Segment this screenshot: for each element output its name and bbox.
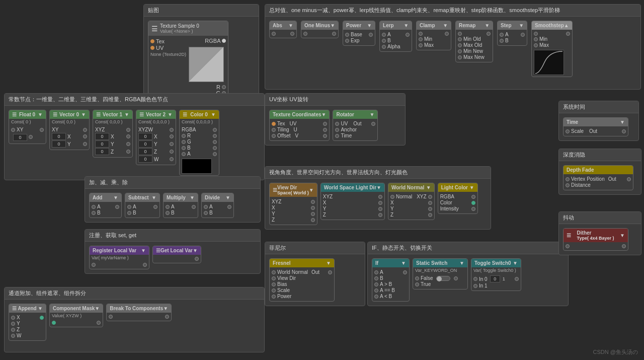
vector2-w-input[interactable] xyxy=(138,156,152,163)
vector0-y-label: Y xyxy=(67,141,71,147)
oneminus-arrow: ▼ xyxy=(330,23,335,28)
vector1-xyz-label: XYZ xyxy=(95,127,105,132)
color0-header[interactable]: ☰ Color 0 ▼ xyxy=(180,110,219,119)
float0-input[interactable] xyxy=(13,134,27,141)
vector1-xyz-out xyxy=(126,128,130,132)
viewdir-xyz: XYZ xyxy=(272,199,315,204)
comp-mask-node: Component Mask ▼ Value( XYZW ) xyxy=(49,304,103,327)
uv-panel-content: Texture Coordinates ▼ Tex UV Tiling U xyxy=(265,106,405,145)
abs-header[interactable]: Abs ▼ xyxy=(270,21,296,30)
viewdir-header[interactable]: ☰ View Dir Space( World ) ▼ xyxy=(270,183,317,197)
vector0-y-input[interactable] xyxy=(52,140,66,148)
remap-label: Remap xyxy=(459,23,475,28)
time-label: Time xyxy=(567,119,578,125)
lightdir-x: X xyxy=(323,200,382,205)
texcoord-tex: Tex UV xyxy=(272,121,327,126)
float0-out xyxy=(40,128,44,132)
add-header[interactable]: Add ▼ xyxy=(90,193,121,202)
oneminus-header[interactable]: One Minus ▼ xyxy=(301,21,338,30)
vector1-z-input[interactable] xyxy=(95,148,109,155)
vector1-header[interactable]: ☰ Vector 1 ▼ xyxy=(93,110,132,119)
rotator-header[interactable]: Rotator ▼ xyxy=(333,110,377,119)
vector2-header[interactable]: ☰ Vector 2 ▼ xyxy=(136,110,176,119)
vector2-z-input[interactable] xyxy=(138,148,152,155)
remap-minold-label: Min Old xyxy=(463,36,480,42)
vector1-body: XYZ X Y Z xyxy=(93,125,132,157)
remap-in-dot xyxy=(458,32,462,36)
dither-header[interactable]: ☰ Dither Type( 4x4 Bayer ) ▼ xyxy=(564,229,628,242)
time-header[interactable]: Time ▼ xyxy=(564,118,628,126)
texcoord-tex-label: Tex xyxy=(277,121,285,126)
vector2-xyzw-out xyxy=(170,128,174,132)
if-altb-dot xyxy=(374,295,378,299)
texcoord-header[interactable]: Texture Coordinates ▼ xyxy=(270,110,329,119)
vector2-y-input[interactable] xyxy=(138,140,152,148)
vector2-x-input[interactable] xyxy=(138,133,152,140)
lightdir-arrow: ▼ xyxy=(376,185,381,190)
multiply-header[interactable]: Multiply ▼ xyxy=(164,193,198,202)
float0-subtitle: Const( 0 ) xyxy=(9,119,46,125)
lerp-header[interactable]: Lerp ▼ xyxy=(380,21,412,30)
uv-panel: UV坐标 UV旋转 Texture Coordinates ▼ Tex UV xyxy=(265,93,406,146)
subtract-header[interactable]: Subtract ▼ xyxy=(125,193,159,202)
static-switch-true-label: True xyxy=(421,281,431,287)
lightcolor-color: Color xyxy=(440,200,475,205)
rotator-uv-label: UV xyxy=(341,121,348,126)
vector0-header[interactable]: ☰ Vector 0 ▼ xyxy=(50,110,89,119)
worldnormal-x-out xyxy=(428,201,432,205)
vector2-node: ☰ Vector 2 ▼ Const( 0,0,0,0 ) XYZW X xyxy=(136,110,176,165)
append-node-header[interactable]: ☰ Append ▼ xyxy=(9,304,46,313)
static-switch-header[interactable]: Static Switch ▼ xyxy=(413,259,467,267)
toggle-in0-input[interactable] xyxy=(490,275,500,282)
get-var-arrow: ▼ xyxy=(193,248,198,253)
vector2-y-label: Y xyxy=(154,141,157,147)
lightdir-y-out xyxy=(378,207,382,211)
if-header[interactable]: If ▼ xyxy=(372,259,409,267)
divide-header[interactable]: Divide ▼ xyxy=(202,193,233,202)
viewdir-icon: ☰ xyxy=(273,187,277,193)
divide-label: Divide xyxy=(205,195,220,200)
break-comp-label: Break To Components xyxy=(110,306,163,311)
float0-body: XY xyxy=(9,125,46,143)
append-node: ☰ Append ▼ X Y Z xyxy=(9,304,46,341)
register-var-header[interactable]: Register Local Var ▼ xyxy=(90,246,149,255)
float0-header[interactable]: ☰ Float 0 ▼ xyxy=(9,110,46,119)
fresnel-header[interactable]: Fresnel ▼ xyxy=(270,259,334,267)
worldnormal-header[interactable]: World Normal ▼ xyxy=(388,183,434,192)
worldnormal-normal-dot xyxy=(390,195,394,199)
static-switch-toggle[interactable] xyxy=(436,276,450,281)
break-comp-header[interactable]: Break To Components ▼ xyxy=(107,304,171,313)
append-label: Append xyxy=(18,306,36,311)
register-nodes-row: Register Local Var ▼ Var( myVarName ) ☰ … xyxy=(89,246,256,269)
power-header[interactable]: Power ▼ xyxy=(343,21,375,30)
append-w: W xyxy=(11,333,44,338)
clamp-header[interactable]: Clamp ▼ xyxy=(417,21,451,30)
viewdir-body: XYZ X Y Z xyxy=(270,197,317,225)
lerp-b-dot xyxy=(382,39,386,43)
vector1-icon: ☰ xyxy=(96,112,101,117)
lightdir-header[interactable]: World Space Light Dir ▼ xyxy=(321,183,384,192)
lightcolor-header[interactable]: Light Color ▼ xyxy=(438,183,477,192)
remap-header[interactable]: Remap ▼ xyxy=(456,21,493,30)
vector0-x-input[interactable] xyxy=(52,133,66,140)
depthfade-header[interactable]: Depth Fade xyxy=(564,166,633,174)
remap-minnew-label: Min New xyxy=(463,48,483,54)
texcoord-v-out xyxy=(323,134,327,138)
comp-mask-header[interactable]: Component Mask ▼ xyxy=(50,304,103,313)
toggle-switch-header[interactable]: Toggle Switch0 ▼ xyxy=(471,259,521,267)
fresnel-out-dot xyxy=(328,270,332,274)
vector1-y-input[interactable] xyxy=(95,140,109,148)
smoothstep-header[interactable]: Smoothstep ▲ xyxy=(532,21,572,30)
dither-io xyxy=(566,244,626,248)
static-switch-true: True xyxy=(415,281,465,287)
subtract-b-label: B xyxy=(133,210,136,215)
clamp-node: Clamp ▼ Min Max xyxy=(416,21,451,50)
viewdir-label: View Dir xyxy=(277,185,309,190)
subtract-body: A B xyxy=(125,202,159,218)
get-var-header[interactable]: ☰ Get Local Var ▼ xyxy=(153,246,201,255)
rotator-out-dot xyxy=(371,122,375,126)
step-header[interactable]: Step ▼ xyxy=(498,21,527,30)
step-node: Step ▼ A B xyxy=(497,21,527,46)
vector1-x-input[interactable] xyxy=(95,133,109,140)
r-output: R xyxy=(187,84,226,90)
